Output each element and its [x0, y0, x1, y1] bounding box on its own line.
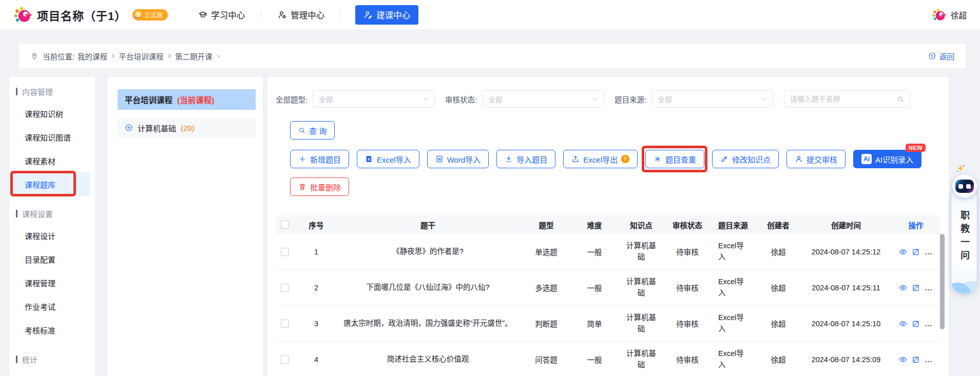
edit-icon[interactable] — [912, 284, 920, 292]
cell-source: Excel导入 — [710, 276, 756, 299]
chevron-down-icon[interactable] — [216, 53, 222, 59]
expand-plus-icon[interactable] — [125, 124, 133, 132]
edit-icon[interactable] — [912, 248, 920, 256]
toolbar-button[interactable]: 导入题目 — [496, 150, 555, 168]
status-filter-select[interactable]: 全部 — [482, 90, 604, 108]
batch-delete-button[interactable]: 批量删除 — [290, 177, 349, 196]
app-logo-icon[interactable] — [13, 6, 32, 24]
chapter-item[interactable]: 计算机基础 (20) — [118, 118, 256, 137]
toolbar-button-label: 新增题目 — [310, 154, 341, 165]
sidebar-entry[interactable]: 目录配置 — [9, 247, 90, 271]
view-icon[interactable] — [899, 320, 907, 328]
select-all-checkbox[interactable] — [281, 221, 289, 229]
current-course-item[interactable]: 平台培训课程 (当前课程) — [118, 89, 256, 110]
view-icon[interactable] — [899, 248, 907, 256]
sidebar-entry[interactable]: 考核标准 — [9, 318, 90, 342]
scrollbar-thumb[interactable] — [940, 234, 945, 329]
edit-icon[interactable] — [912, 355, 920, 364]
course-panel: 平台培训课程 (当前课程) 计算机基础 (20) — [107, 77, 263, 376]
cell-no: 1 — [298, 248, 334, 256]
more-actions[interactable]: … — [925, 247, 933, 256]
sidebar-entry[interactable]: 课程知识树 — [9, 102, 90, 125]
toolbar-button-label: 修改知识点 — [732, 154, 771, 165]
toolbar-button[interactable]: 修改知识点 — [712, 150, 779, 168]
toolbar-button[interactable]: 新增题目 — [290, 150, 349, 168]
filter-row: 全部题型: 全部 审核状态: 全部 题目来源: 全部 — [276, 90, 940, 108]
breadcrumb-item[interactable]: 平台培训课程 > — [119, 51, 175, 62]
chapter-question-count: (20) — [181, 124, 195, 132]
type-filter-select[interactable]: 全部 — [313, 90, 435, 108]
row-checkbox[interactable] — [281, 355, 289, 364]
cell-knowledge-point: 计算机基础 — [618, 348, 664, 371]
nav-item[interactable]: 管理中心 — [276, 9, 355, 21]
view-icon[interactable] — [899, 355, 907, 364]
cell-review-status: 待审核 — [664, 354, 710, 365]
nav-item[interactable]: 建课中心 — [355, 5, 418, 25]
source-filter-select[interactable]: 全部 — [651, 90, 774, 108]
cell-difficulty: 一般 — [571, 354, 618, 365]
sidebar-entry[interactable]: 课程管理 — [9, 271, 90, 294]
column-header: 审核状态 — [664, 220, 710, 230]
row-checkbox[interactable] — [281, 284, 289, 292]
query-button-label: 查 询 — [309, 125, 326, 136]
row-check-cell — [276, 320, 298, 328]
back-arrow-icon — [928, 52, 936, 60]
assistant-pill[interactable]: 职教一问 — [951, 185, 977, 293]
column-header: 题干 — [334, 220, 522, 230]
excel-file-icon: X — [365, 155, 373, 163]
course-name: 平台培训课程 — [125, 94, 172, 105]
sidebar-entry[interactable]: 课程知识图谱 — [9, 125, 90, 149]
row-checkbox[interactable] — [281, 248, 289, 256]
toolbar-button[interactable]: 提交审核 — [786, 150, 846, 168]
toolbar-button[interactable]: Excel导出 ? — [563, 150, 638, 168]
sidebar-entry[interactable]: 课程题库 — [9, 172, 90, 196]
sidebar: 内容管理 课程知识树 课程知识图谱 课程素材 课程题库 课程设置 — [9, 77, 95, 376]
back-label: 返回 — [939, 51, 954, 62]
sidebar-entry[interactable]: 作业考试 — [9, 294, 90, 318]
toolbar-button[interactable]: W Word导入 — [427, 150, 489, 168]
nav-item[interactable]: 学习中心 — [196, 9, 276, 21]
dedupe-burst-icon — [654, 155, 662, 163]
user-menu[interactable]: 徐超 — [932, 8, 967, 22]
cell-question-type: 多选题 — [522, 282, 571, 293]
type-filter-label: 全部题型: — [276, 94, 308, 105]
delete-row: 批量删除 — [290, 177, 940, 196]
sidebar-entry-label: 课程设置 — [22, 208, 53, 219]
robot-face — [955, 180, 974, 193]
cell-operations: … — [891, 355, 940, 364]
breadcrumb-item[interactable]: 我的课程 > — [78, 51, 119, 62]
robot-eye — [958, 184, 963, 189]
breadcrumb-bar: 当前位置: 我的课程 > 平台培训课程 > 第二期开课 > 返回 — [19, 44, 966, 68]
person-icon — [795, 155, 803, 163]
cell-created-at: 2024-08-07 14:25:12 — [801, 248, 891, 256]
new-badge: NEW — [906, 144, 926, 152]
status-filter-label: 审核状态: — [445, 94, 477, 105]
cell-no: 4 — [298, 355, 334, 364]
sidebar-entry[interactable]: 课程素材 — [9, 149, 90, 172]
stem-search-input[interactable] — [790, 95, 897, 103]
sidebar-entry[interactable]: 课程设计 — [9, 224, 90, 247]
row-checkbox[interactable] — [281, 320, 289, 328]
sidebar-entry-label: 目录配置 — [25, 254, 55, 265]
toolbar-button[interactable]: X Excel导入 — [357, 150, 419, 168]
query-button[interactable]: 查 询 — [290, 121, 335, 140]
search-icon[interactable] — [897, 95, 904, 103]
toolbar-button[interactable]: Ai AI识别录入 NEW — [853, 150, 921, 168]
toolbar-button-label: Excel导入 — [377, 154, 411, 165]
sidebar-entry-label: 统计 — [22, 354, 37, 365]
sidebar-entry-label: 作业考试 — [25, 301, 55, 312]
cell-operations: … — [891, 319, 940, 328]
cell-source: Excel导入 — [710, 312, 756, 335]
back-button[interactable]: 返回 — [928, 51, 954, 62]
view-icon[interactable] — [899, 284, 907, 292]
assistant-widget[interactable]: 职教一问 — [951, 174, 978, 293]
more-actions[interactable]: … — [925, 355, 933, 364]
breadcrumb-item[interactable]: 第二期开课 > — [175, 51, 213, 62]
toolbar-button[interactable]: 题目查重 — [645, 150, 704, 168]
edit-icon[interactable] — [912, 320, 920, 328]
more-actions[interactable]: … — [925, 319, 933, 328]
help-badge[interactable]: ? — [621, 155, 629, 163]
current-course-tag: (当前课程) — [177, 94, 214, 105]
more-actions[interactable]: … — [925, 283, 933, 292]
search-icon — [298, 127, 305, 134]
